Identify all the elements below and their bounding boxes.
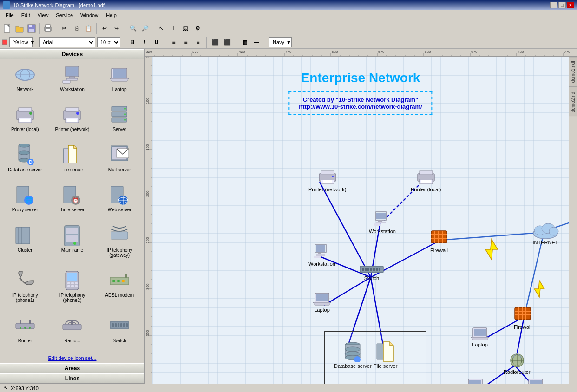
node-printer_local[interactable]: Printer (local) xyxy=(411,169,441,192)
device-mainframe-label: Mainframe xyxy=(61,248,83,253)
align-right-button[interactable]: ≡ xyxy=(193,37,203,47)
align-left-button[interactable]: ≡ xyxy=(169,37,179,47)
menu-view[interactable]: View xyxy=(34,12,52,19)
device-timeserver[interactable]: ⏰ Time server xyxy=(49,182,96,221)
zoom-out-button[interactable]: 🔎 xyxy=(139,23,151,34)
device-mailserver[interactable]: Mail server xyxy=(96,142,143,181)
device-fileserver[interactable]: File server xyxy=(49,142,96,181)
panel-bottom: Areas Lines xyxy=(0,363,144,384)
svg-rect-79 xyxy=(125,274,127,278)
maximize-button[interactable]: □ xyxy=(558,2,566,8)
device-proxy[interactable]: 🌐 Proxy server xyxy=(2,182,48,221)
separator2 xyxy=(56,23,56,34)
workstation-icon xyxy=(61,64,83,86)
redo-button[interactable]: ↪ xyxy=(111,23,122,34)
indent-button[interactable]: ⬛ xyxy=(210,37,220,47)
menu-help[interactable]: Help xyxy=(102,12,120,19)
node-laptop2[interactable]: Laptop xyxy=(471,327,489,347)
align-center-button[interactable]: ≡ xyxy=(181,37,191,47)
svg-point-120 xyxy=(332,176,334,177)
menu-file[interactable]: File xyxy=(2,12,18,19)
device-webserver[interactable]: Web server xyxy=(96,182,143,221)
image-tool[interactable]: 🖼 xyxy=(180,23,191,34)
device-cluster[interactable]: Cluster xyxy=(2,222,48,266)
device-network[interactable]: Network xyxy=(2,61,48,100)
svg-rect-72 xyxy=(67,285,70,287)
svg-rect-5 xyxy=(29,29,34,32)
outdent-button[interactable]: ⬛ xyxy=(222,37,232,47)
italic-button[interactable]: I xyxy=(139,37,150,47)
device-printer-network[interactable]: Printer (network) xyxy=(49,101,96,140)
main-area: Devices Network Workstation xyxy=(0,49,577,384)
new-button[interactable] xyxy=(2,23,13,34)
node-laptop4[interactable]: Laptop xyxy=(527,378,544,384)
node-firewall3[interactable]: Firewall xyxy=(513,304,532,330)
cut-button[interactable]: ✂ xyxy=(59,23,70,34)
undo-button[interactable]: ↩ xyxy=(99,23,110,34)
device-iptel-gw[interactable]: IP telephony (gateway) xyxy=(96,222,143,266)
select-tool[interactable]: ↖ xyxy=(156,23,167,34)
tab-demo1[interactable]: demo1.ndf xyxy=(569,57,577,86)
close-button[interactable]: ✕ xyxy=(567,2,574,8)
device-router[interactable]: Router xyxy=(2,313,48,352)
toolbar: ✂ ⎘ 📋 ↩ ↪ 🔍 🔎 ↖ T 🖼 ⚙ xyxy=(0,20,577,36)
node-workstation1[interactable]: Workstation xyxy=(369,211,396,234)
svg-rect-16 xyxy=(69,77,75,78)
device-laptop[interactable]: Laptop xyxy=(96,61,143,100)
svg-rect-142 xyxy=(362,268,364,271)
device-server[interactable]: Server xyxy=(96,101,143,140)
fill-color-arrow[interactable]: ▼ xyxy=(30,39,35,45)
text-color-button[interactable]: Navy ▼ xyxy=(269,37,292,47)
svg-rect-146 xyxy=(373,268,375,271)
minimize-button[interactable]: _ xyxy=(550,2,557,8)
device-iptel-phone2[interactable]: IP telephony (phone2) xyxy=(49,267,96,311)
device-mainframe[interactable]: Mainframe xyxy=(49,222,96,266)
node-radiorouter[interactable]: Radiorouter xyxy=(504,353,530,375)
paste-button[interactable]: 📋 xyxy=(83,23,94,34)
node-laptop3[interactable]: Laptop xyxy=(466,378,484,384)
device-printer-local[interactable]: Printer (local) xyxy=(2,101,48,140)
print-button[interactable] xyxy=(42,23,53,34)
copy-button[interactable]: ⎘ xyxy=(71,23,82,34)
open-button[interactable] xyxy=(14,23,25,34)
device-switch-panel[interactable]: Switch xyxy=(96,313,143,352)
svg-point-30 xyxy=(76,112,79,115)
zoom-in-button[interactable]: 🔍 xyxy=(127,23,138,34)
text-color-arrow[interactable]: ▼ xyxy=(286,39,291,45)
device-adsl[interactable]: ADSL modem xyxy=(96,267,143,311)
device-database[interactable]: D Database server xyxy=(2,142,48,181)
settings-tool[interactable]: ⚙ xyxy=(192,23,203,34)
line-style-button[interactable]: — xyxy=(251,37,262,47)
save-button[interactable] xyxy=(26,23,37,34)
node-internet[interactable]: INTERNET xyxy=(531,220,559,245)
font-size-select[interactable]: 10 pt. 8 pt. 12 pt. 14 pt. xyxy=(97,37,120,47)
svg-marker-113 xyxy=(485,239,498,260)
menu-service[interactable]: Service xyxy=(52,12,77,19)
lines-header[interactable]: Lines xyxy=(0,373,144,384)
svg-rect-9 xyxy=(2,40,7,45)
fill-color-button[interactable]: Yellow ▼ xyxy=(9,37,33,47)
bold-button[interactable]: B xyxy=(127,37,138,47)
device-workstation[interactable]: Workstation xyxy=(49,61,96,100)
device-iptel-phone1[interactable]: IP telephony (phone1) xyxy=(2,267,48,311)
underline-button[interactable]: U xyxy=(151,37,162,47)
text-tool[interactable]: T xyxy=(168,23,179,34)
tab-demo2[interactable]: demo2.ndf xyxy=(569,86,577,116)
areas-header[interactable]: Areas xyxy=(0,363,144,373)
canvas-background[interactable]: Enterprise Network Created by "10-Strike… xyxy=(152,57,569,384)
node-printer_net[interactable]: Printer (network) xyxy=(308,169,346,192)
node-workstation2[interactable]: Workstation xyxy=(308,243,335,267)
node-firewall1[interactable]: Firewall xyxy=(429,227,449,253)
canvas-scroll[interactable]: Enterprise Network Created by "10-Strike… xyxy=(152,57,569,384)
edit-device-icon-link[interactable]: Edit device icon set... xyxy=(0,353,144,363)
menu-edit[interactable]: Edit xyxy=(18,12,34,19)
menu-window[interactable]: Window xyxy=(77,12,102,19)
node-laptop1[interactable]: Laptop xyxy=(313,292,331,313)
devices-header[interactable]: Devices xyxy=(0,49,144,59)
svg-rect-140 xyxy=(314,256,321,258)
font-select[interactable]: Arial xyxy=(39,37,95,47)
device-radio[interactable]: Radio... xyxy=(49,313,96,352)
border-button[interactable]: ▦ xyxy=(239,37,249,47)
svg-text:⏰: ⏰ xyxy=(72,197,79,203)
node-switch1[interactable]: Switch xyxy=(360,264,384,281)
